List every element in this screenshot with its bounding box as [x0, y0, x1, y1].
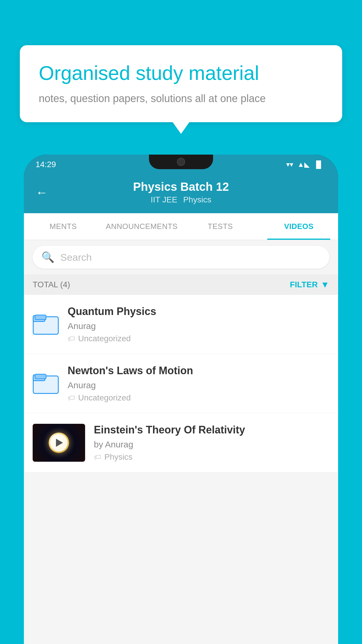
svg-rect-5	[35, 374, 46, 379]
tag-icon: 🏷	[94, 453, 101, 462]
tab-tests[interactable]: TESTS	[181, 213, 260, 240]
filter-button[interactable]: FILTER ▼	[290, 280, 329, 290]
video-info: Einstein's Theory Of Relativity by Anura…	[94, 424, 329, 462]
tab-announcements[interactable]: ANNOUNCEMENTS	[103, 213, 181, 240]
total-count: TOTAL (4)	[33, 280, 70, 289]
list-item[interactable]: Newton's Laws of Motion Anurag 🏷 Uncateg…	[24, 354, 338, 413]
video-title: Quantum Physics	[68, 305, 329, 318]
tabs-bar: MENTS ANNOUNCEMENTS TESTS VIDEOS	[24, 213, 338, 240]
video-tag: 🏷 Uncategorized	[68, 334, 329, 343]
content-area: 🔍 Search TOTAL (4) FILTER ▼	[24, 240, 338, 644]
status-time: 14:29	[36, 160, 56, 169]
phone-frame: 14:29 ▾▾ ▲◣ ▐▌ ← Physics Batch 12 IIT JE…	[24, 155, 338, 644]
camera-icon	[177, 158, 185, 166]
filter-bar: TOTAL (4) FILTER ▼	[24, 274, 338, 295]
speech-bubble-title: Organised study material	[39, 61, 323, 85]
battery-icon: ▐▌	[314, 160, 324, 169]
svg-rect-2	[35, 315, 46, 320]
header-tag1: IIT JEE	[151, 195, 177, 204]
search-icon: 🔍	[41, 251, 55, 263]
filter-icon: ▼	[321, 280, 329, 290]
header-tag2: Physics	[183, 195, 211, 204]
folder-icon	[33, 371, 59, 397]
folder-icon	[33, 312, 59, 337]
signal-icon: ▲◣	[297, 160, 310, 169]
video-info: Quantum Physics Anurag 🏷 Uncategorized	[68, 305, 329, 343]
video-author: Anurag	[68, 321, 329, 331]
video-thumbnail	[33, 424, 85, 462]
list-item[interactable]: Einstein's Theory Of Relativity by Anura…	[24, 413, 338, 473]
video-author: Anurag	[68, 380, 329, 390]
video-title: Newton's Laws of Motion	[68, 365, 329, 377]
header-title: Physics Batch 12	[133, 180, 229, 193]
search-bar[interactable]: 🔍 Search	[33, 246, 329, 269]
search-placeholder: Search	[60, 252, 92, 263]
status-icons: ▾▾ ▲◣ ▐▌	[286, 160, 324, 169]
phone-notch	[149, 155, 213, 169]
play-button[interactable]	[50, 434, 68, 452]
app-header: ← Physics Batch 12 IIT JEE Physics	[24, 174, 338, 213]
video-tag: 🏷 Physics	[94, 452, 329, 462]
video-info: Newton's Laws of Motion Anurag 🏷 Uncateg…	[68, 365, 329, 402]
video-tag: 🏷 Uncategorized	[68, 393, 329, 402]
tab-videos[interactable]: VIDEOS	[260, 213, 338, 240]
speech-bubble-card: Organised study material notes, question…	[20, 45, 342, 122]
video-list: Quantum Physics Anurag 🏷 Uncategorized	[24, 295, 338, 473]
tab-ments[interactable]: MENTS	[24, 213, 103, 240]
tag-icon: 🏷	[68, 334, 75, 343]
speech-bubble-subtitle: notes, question papers, solutions all at…	[39, 92, 323, 105]
wifi-icon: ▾▾	[286, 160, 293, 169]
back-button[interactable]: ←	[36, 186, 48, 200]
video-title: Einstein's Theory Of Relativity	[94, 424, 329, 436]
list-item[interactable]: Quantum Physics Anurag 🏷 Uncategorized	[24, 295, 338, 354]
video-author: by Anurag	[94, 440, 329, 449]
tag-icon: 🏷	[68, 393, 75, 402]
